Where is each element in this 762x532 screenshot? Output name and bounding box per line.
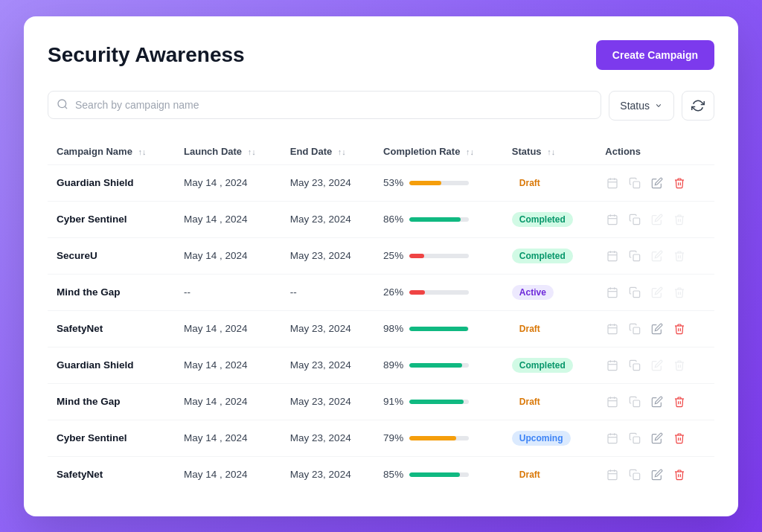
copy-icon[interactable] xyxy=(627,431,642,446)
svg-rect-42 xyxy=(608,470,617,479)
delete-icon[interactable] xyxy=(672,285,687,300)
campaign-name: Cyber Sentinel xyxy=(57,214,127,225)
main-card: Security Awareness Create Campaign Statu… xyxy=(24,16,738,516)
col-header-end: End Date ↑↓ xyxy=(281,138,374,165)
progress-bar-fill xyxy=(409,254,424,258)
delete-icon[interactable] xyxy=(672,358,687,373)
svg-rect-7 xyxy=(608,215,617,224)
table-row: Mind the Gap -- -- 26% Active xyxy=(48,274,714,310)
completion-cell: 98% xyxy=(383,323,494,334)
edit-icon[interactable] xyxy=(650,212,665,227)
progress-bar-bg xyxy=(409,400,469,404)
search-icon xyxy=(57,98,68,113)
campaign-name: Mind the Gap xyxy=(57,396,121,407)
end-date: May 23, 2024 xyxy=(281,420,374,456)
completion-pct: 89% xyxy=(383,359,403,371)
completion-pct: 91% xyxy=(383,396,403,407)
launch-date: May 14 , 2024 xyxy=(175,347,281,383)
refresh-button[interactable] xyxy=(682,91,714,121)
svg-rect-26 xyxy=(633,327,640,334)
completion-pct: 53% xyxy=(383,177,403,188)
edit-icon[interactable] xyxy=(650,467,665,482)
svg-rect-32 xyxy=(608,397,617,406)
calendar-icon[interactable] xyxy=(605,212,620,227)
completion-pct: 25% xyxy=(383,250,403,261)
table-row: SecureU May 14 , 2024 May 23, 2024 25% C… xyxy=(48,237,714,274)
campaign-name: Guardian Shield xyxy=(57,177,134,188)
calendar-icon[interactable] xyxy=(605,249,620,263)
end-date: May 23, 2024 xyxy=(281,383,374,420)
end-date: May 23, 2024 xyxy=(281,237,374,274)
edit-icon[interactable] xyxy=(650,285,665,300)
table-row: Cyber Sentinel May 14 , 2024 May 23, 202… xyxy=(48,201,714,237)
calendar-icon[interactable] xyxy=(605,431,620,446)
completion-cell: 53% xyxy=(383,177,494,188)
status-badge: Draft xyxy=(512,321,548,336)
svg-rect-31 xyxy=(633,364,640,371)
calendar-icon[interactable] xyxy=(605,358,620,373)
actions-cell xyxy=(605,285,705,300)
delete-icon[interactable] xyxy=(672,431,687,446)
completion-cell: 86% xyxy=(383,214,494,225)
svg-rect-36 xyxy=(633,400,640,407)
edit-icon[interactable] xyxy=(650,176,665,190)
status-badge: Completed xyxy=(512,358,573,373)
sort-icon-launch[interactable]: ↑↓ xyxy=(248,147,256,156)
svg-point-0 xyxy=(58,100,66,108)
delete-icon[interactable] xyxy=(672,249,687,263)
copy-icon[interactable] xyxy=(627,285,642,300)
launch-date: May 14 , 2024 xyxy=(175,310,281,347)
calendar-icon[interactable] xyxy=(605,321,620,336)
progress-bar-fill xyxy=(409,181,441,185)
status-badge: Draft xyxy=(512,394,548,409)
copy-icon[interactable] xyxy=(627,176,642,190)
actions-cell xyxy=(605,467,705,482)
launch-date: May 14 , 2024 xyxy=(175,237,281,274)
edit-icon[interactable] xyxy=(650,321,665,336)
launch-date: May 14 , 2024 xyxy=(175,383,281,420)
svg-rect-27 xyxy=(608,361,617,370)
calendar-icon[interactable] xyxy=(605,467,620,482)
delete-icon[interactable] xyxy=(672,212,687,227)
progress-bar-fill xyxy=(409,363,462,368)
campaign-name: Guardian Shield xyxy=(57,359,134,371)
edit-icon[interactable] xyxy=(650,358,665,373)
table-row: Cyber Sentinel May 14 , 2024 May 23, 202… xyxy=(48,420,714,456)
delete-icon[interactable] xyxy=(672,467,687,482)
copy-icon[interactable] xyxy=(627,394,642,409)
actions-cell xyxy=(605,249,705,263)
svg-rect-22 xyxy=(608,324,617,333)
sort-icon-name[interactable]: ↑↓ xyxy=(138,147,146,156)
copy-icon[interactable] xyxy=(627,321,642,336)
calendar-icon[interactable] xyxy=(605,285,620,300)
sort-icon-status[interactable]: ↑↓ xyxy=(547,147,555,156)
progress-bar-bg xyxy=(409,436,469,440)
edit-icon[interactable] xyxy=(650,431,665,446)
status-badge: Draft xyxy=(512,176,548,190)
calendar-icon[interactable] xyxy=(605,394,620,409)
col-header-actions: Actions xyxy=(596,138,714,165)
copy-icon[interactable] xyxy=(627,249,642,263)
search-wrapper xyxy=(48,91,601,121)
actions-cell xyxy=(605,176,705,190)
search-input[interactable] xyxy=(48,91,601,119)
copy-icon[interactable] xyxy=(627,467,642,482)
svg-rect-41 xyxy=(633,437,640,443)
create-campaign-button[interactable]: Create Campaign xyxy=(596,40,714,70)
edit-icon[interactable] xyxy=(650,249,665,263)
progress-bar-bg xyxy=(409,254,469,258)
delete-icon[interactable] xyxy=(672,176,687,190)
calendar-icon[interactable] xyxy=(605,176,620,190)
status-filter-button[interactable]: Status xyxy=(609,91,674,121)
svg-rect-11 xyxy=(633,218,640,225)
sort-icon-end[interactable]: ↑↓ xyxy=(338,147,346,156)
copy-icon[interactable] xyxy=(627,358,642,373)
table-header-row: Campaign Name ↑↓ Launch Date ↑↓ End Date… xyxy=(48,138,714,165)
delete-icon[interactable] xyxy=(672,321,687,336)
svg-rect-21 xyxy=(633,291,640,298)
progress-bar-fill xyxy=(409,327,467,331)
sort-icon-completion[interactable]: ↑↓ xyxy=(466,147,474,156)
delete-icon[interactable] xyxy=(672,394,687,409)
edit-icon[interactable] xyxy=(650,394,665,409)
copy-icon[interactable] xyxy=(627,212,642,227)
